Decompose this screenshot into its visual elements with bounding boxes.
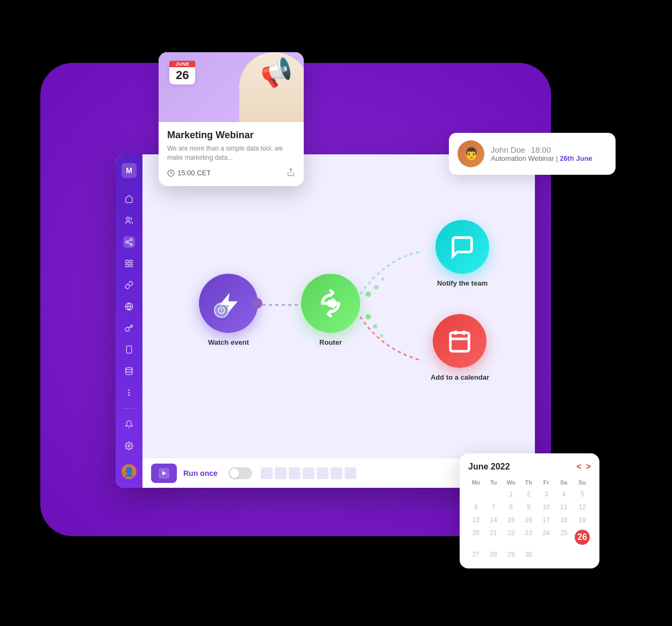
scene: M bbox=[40, 31, 632, 595]
toolbar-dot-4 bbox=[303, 467, 314, 479]
svg-point-18 bbox=[128, 445, 130, 447]
svg-point-23 bbox=[366, 314, 371, 319]
cal-cell-22[interactable]: 22 bbox=[503, 528, 519, 547]
play-icon bbox=[159, 468, 169, 479]
calendar-circle[interactable] bbox=[433, 314, 487, 368]
cal-cell-13[interactable]: 13 bbox=[468, 515, 484, 525]
cal-cell-25[interactable]: 25 bbox=[556, 528, 571, 547]
cal-cell-26-highlighted[interactable]: 26 bbox=[574, 528, 591, 547]
canvas-content[interactable]: Watch event bbox=[142, 154, 535, 458]
sidebar-item-home[interactable] bbox=[123, 193, 135, 205]
calendar-header: June 2022 < > bbox=[468, 462, 591, 472]
cal-cell-5[interactable]: 5 bbox=[574, 489, 591, 500]
cal-cell-18[interactable]: 18 bbox=[556, 515, 571, 525]
webinar-time-text: 15:00 CET bbox=[177, 169, 211, 177]
node-watch-event[interactable]: Watch event bbox=[199, 274, 258, 346]
cal-cell-6[interactable]: 6 bbox=[468, 502, 484, 513]
user-avatar[interactable]: 👤 bbox=[121, 464, 137, 479]
cal-cell-10[interactable]: 10 bbox=[539, 502, 554, 513]
toggle-switch[interactable] bbox=[228, 467, 252, 479]
sidebar-item-notifications[interactable] bbox=[123, 418, 135, 430]
svg-point-20 bbox=[366, 291, 371, 297]
calendar-next-button[interactable]: > bbox=[586, 462, 591, 472]
cal-header-fr: Fr bbox=[539, 478, 554, 487]
webinar-card: 📢 JUNE 26 Marketing Webinar We are more … bbox=[159, 52, 304, 186]
cal-cell-28[interactable]: 28 bbox=[486, 549, 502, 560]
cal-cell-11[interactable]: 11 bbox=[556, 502, 571, 513]
svg-rect-12 bbox=[126, 346, 131, 353]
calendar-grid: Mo Tu We Th Fr Sa Su - - 1 2 3 4 5 6 7 8… bbox=[468, 478, 591, 560]
svg-point-16 bbox=[128, 392, 129, 393]
add-calendar-label: Add to a calendar bbox=[431, 373, 489, 381]
cal-cell-29[interactable]: 29 bbox=[503, 549, 519, 560]
svg-point-24 bbox=[373, 324, 377, 329]
sidebar-item-users[interactable] bbox=[123, 215, 135, 226]
svg-rect-6 bbox=[126, 260, 128, 263]
svg-point-14 bbox=[126, 367, 132, 369]
sidebar-item-keys[interactable] bbox=[123, 322, 135, 334]
sidebar-item-more[interactable] bbox=[123, 387, 135, 399]
svg-point-0 bbox=[126, 217, 129, 220]
toolbar-dot-6 bbox=[331, 467, 342, 479]
cal-header-su: Su bbox=[574, 478, 591, 487]
run-once-button[interactable] bbox=[151, 464, 177, 483]
cal-cell-30[interactable]: 30 bbox=[521, 549, 537, 560]
node-router[interactable]: Router bbox=[301, 274, 360, 346]
svg-rect-9 bbox=[130, 264, 132, 267]
node-add-calendar[interactable]: Add to a calendar bbox=[431, 314, 489, 381]
cal-cell-9[interactable]: 9 bbox=[521, 502, 537, 513]
cal-cell-19[interactable]: 19 bbox=[574, 515, 591, 525]
toolbar-dot-1 bbox=[261, 467, 273, 479]
toolbar-dot-2 bbox=[275, 467, 287, 479]
cal-cell-3[interactable]: 3 bbox=[539, 489, 554, 500]
router-circle[interactable] bbox=[301, 274, 360, 333]
node-notify-team[interactable]: Notify the team bbox=[435, 220, 489, 287]
highlight-day-26[interactable]: 26 bbox=[575, 530, 590, 545]
john-info: John Doe 18:00 Automation Webinar | 26th… bbox=[491, 145, 592, 162]
svg-point-17 bbox=[128, 395, 129, 395]
cal-cell-4[interactable]: 4 bbox=[556, 489, 571, 500]
webinar-title: Marketing Webinar bbox=[167, 130, 295, 141]
app-window: M bbox=[116, 154, 535, 488]
logo-text: M bbox=[126, 166, 132, 175]
cal-cell-12[interactable]: 12 bbox=[574, 502, 591, 513]
cal-cell-21[interactable]: 21 bbox=[486, 528, 502, 547]
webinar-footer: 15:00 CET bbox=[167, 168, 295, 179]
calendar-widget: June 2022 < > Mo Tu We Th Fr Sa Su - - 1… bbox=[460, 453, 599, 568]
router-label: Router bbox=[319, 338, 342, 346]
cal-cell-7[interactable]: 7 bbox=[486, 502, 502, 513]
cal-cell-17[interactable]: 17 bbox=[539, 515, 554, 525]
svg-point-3 bbox=[130, 244, 132, 246]
sidebar-item-database[interactable] bbox=[123, 365, 135, 377]
calendar-prev-button[interactable]: < bbox=[576, 462, 581, 472]
sidebar-item-modules[interactable] bbox=[123, 258, 135, 269]
nodes-container: Watch event bbox=[177, 204, 500, 397]
cal-cell-14[interactable]: 14 bbox=[486, 515, 502, 525]
svg-rect-7 bbox=[130, 260, 132, 263]
cal-cell-8[interactable]: 8 bbox=[503, 502, 519, 513]
sidebar-item-share[interactable] bbox=[123, 236, 135, 248]
cal-cell-16[interactable]: 16 bbox=[521, 515, 537, 525]
svg-point-21 bbox=[374, 285, 378, 289]
sidebar-item-links[interactable] bbox=[123, 279, 135, 291]
webinar-card-body: Marketing Webinar We are more than a sim… bbox=[159, 122, 304, 186]
cal-cell-27[interactable]: 27 bbox=[468, 549, 484, 560]
cal-cell-23[interactable]: 23 bbox=[521, 528, 537, 547]
sidebar-item-settings[interactable] bbox=[123, 440, 135, 452]
cal-cell-24[interactable]: 24 bbox=[539, 528, 554, 547]
cal-cell-1[interactable]: 1 bbox=[503, 489, 519, 500]
logo[interactable]: M bbox=[121, 163, 137, 178]
sidebar-item-globe[interactable] bbox=[123, 301, 135, 312]
cal-cell-2[interactable]: 2 bbox=[521, 489, 537, 500]
svg-point-1 bbox=[130, 238, 132, 240]
date-day: 26 bbox=[176, 69, 189, 81]
sidebar-item-device[interactable] bbox=[123, 344, 135, 355]
toolbar-dot-7 bbox=[345, 467, 356, 479]
svg-rect-8 bbox=[126, 264, 128, 267]
share-icon[interactable] bbox=[287, 168, 295, 179]
cal-cell-15[interactable]: 15 bbox=[503, 515, 519, 525]
cal-cell-20[interactable]: 20 bbox=[468, 528, 484, 547]
notify-circle[interactable] bbox=[435, 220, 489, 274]
watch-event-circle[interactable] bbox=[199, 274, 258, 333]
cal-cell-empty-1: - bbox=[468, 489, 484, 500]
